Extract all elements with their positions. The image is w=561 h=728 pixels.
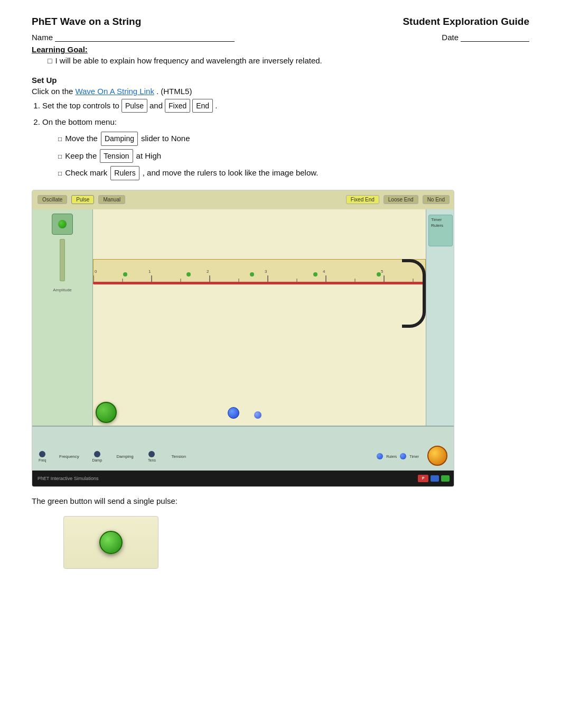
- sim-string-line: [93, 282, 426, 284]
- sim-logo-area: P: [418, 475, 450, 482]
- sub-2-prefix: Keep the: [65, 150, 97, 162]
- sim-logo-box3: [441, 475, 450, 482]
- sim-label-1: Oscillate: [38, 195, 67, 204]
- sub-1-suffix: slider to None: [141, 132, 190, 145]
- sim-logo-box2: [431, 475, 439, 482]
- setup-steps: Set the top controls to Pulse and Fixed …: [42, 99, 529, 180]
- date-label: Date: [442, 33, 459, 42]
- sim-logo-box: P: [418, 475, 428, 482]
- sim-bottom-text: PhET Interactive Simulations: [38, 476, 98, 481]
- ctrl-damp-label: Damping: [110, 454, 139, 459]
- wave-on-string-link[interactable]: Wave On A String Link: [75, 87, 154, 96]
- click-line: Click on the Wave On A String Link . (HT…: [32, 87, 529, 96]
- sim-right-controls: Timer Rulers: [428, 215, 453, 246]
- learning-goal-text: I will be able to explain how frequency …: [55, 56, 322, 65]
- sub-3-prefix: Check mark: [65, 167, 107, 179]
- sim-blue-dot-2: [254, 411, 261, 419]
- sim-ruler-horizontal: 0 1 2 3 4 5 6: [93, 259, 426, 282]
- step-1-connector: and: [149, 99, 163, 112]
- step-2-text: On the bottom menu:: [42, 117, 117, 126]
- name-field: Name: [32, 33, 235, 42]
- sub-bullet-icon-2: □: [58, 152, 62, 162]
- step-1-text-before: Set the top controls to: [42, 99, 119, 112]
- name-label: Name: [32, 33, 53, 42]
- sim-left-panel: Amplitude: [32, 209, 93, 426]
- sim-label-6: No End: [423, 195, 450, 204]
- svg-point-16: [313, 272, 317, 277]
- step-1: Set the top controls to Pulse and Fixed …: [42, 99, 529, 113]
- sim-label-2: Pulse: [71, 195, 94, 204]
- sim-blue-dot: [228, 407, 239, 419]
- sub-bullet-icon-3: □: [58, 169, 62, 179]
- sim-panel-box: [52, 214, 73, 235]
- ctrl-2: Damp: [92, 451, 102, 462]
- sim-right-panel: Timer Rulers: [426, 209, 454, 426]
- learning-goal-row: Learning Goal:: [32, 45, 529, 54]
- guide-title: Student Exploration Guide: [403, 16, 529, 27]
- sub-bullet-1: □ Move the Damping slider to None: [58, 132, 529, 145]
- green-btn-image: [63, 516, 158, 569]
- step-1-period: .: [215, 99, 217, 112]
- sim-green-button[interactable]: [96, 402, 117, 423]
- ctrl-orange: [427, 446, 448, 467]
- pulse-box: Pulse: [121, 99, 147, 113]
- rulers-box: Rulers: [110, 166, 139, 180]
- sub-bullet-3: □ Check mark Rulers , and move the ruler…: [58, 166, 529, 180]
- page-title: PhET Wave on a String: [32, 16, 141, 27]
- name-date-row: Name Date: [32, 33, 529, 42]
- sim-bottom-bar: PhET Interactive Simulations P: [32, 471, 454, 486]
- svg-point-15: [250, 272, 254, 277]
- sim-end-bracket: [402, 259, 426, 328]
- svg-text:3: 3: [265, 269, 267, 274]
- ctrl-tension-label: Tension: [164, 454, 193, 459]
- sim-label-3: Manual: [98, 195, 125, 204]
- bullet-icon: □: [48, 57, 52, 65]
- learning-goal-bullet: □ I will be able to explain how frequenc…: [48, 56, 529, 65]
- ctrl-3: Tens: [148, 451, 156, 462]
- sim-image-container: Oscillate Pulse Manual Fixed End Loose E…: [32, 190, 454, 487]
- svg-text:4: 4: [323, 269, 325, 274]
- svg-text:1: 1: [148, 269, 151, 274]
- step-1-content: Set the top controls to Pulse and Fixed …: [42, 99, 529, 113]
- svg-point-14: [186, 272, 191, 277]
- svg-text:0: 0: [95, 269, 97, 274]
- ctrl-dots-group: Rulers Timer: [377, 453, 419, 459]
- svg-text:2: 2: [207, 269, 209, 274]
- step-2: On the bottom menu: □ Move the Damping s…: [42, 116, 529, 180]
- page-header: PhET Wave on a String Student Exploratio…: [32, 16, 529, 27]
- ctrl-1: Freq: [39, 451, 46, 462]
- green-btn-text: The green button will send a single puls…: [32, 496, 177, 505]
- learning-goal-label: Learning Goal:: [32, 45, 88, 54]
- name-input[interactable]: [55, 33, 235, 42]
- sim-panel-label: Amplitude: [53, 288, 72, 292]
- svg-text:5: 5: [381, 269, 384, 274]
- click-prefix: Click on the: [32, 87, 73, 96]
- sim-label-5: Loose End: [384, 195, 418, 204]
- sim-canvas: Oscillate Pulse Manual Fixed End Loose E…: [32, 190, 454, 486]
- sim-slider-track: [60, 239, 65, 281]
- sub-2-suffix: at High: [136, 150, 162, 162]
- ctrl-freq-label: Frequency: [54, 454, 83, 459]
- green-btn-description: The green button will send a single puls…: [32, 496, 529, 505]
- tension-box: Tension: [100, 149, 133, 163]
- svg-point-17: [377, 272, 381, 277]
- sub-bullet-2: □ Keep the Tension at High: [58, 149, 529, 163]
- sim-top-bar: Oscillate Pulse Manual Fixed End Loose E…: [32, 190, 454, 209]
- sim-label-4: Fixed End: [346, 195, 379, 204]
- sub-bullets: □ Move the Damping slider to None □ Keep…: [58, 132, 529, 180]
- svg-point-13: [123, 272, 127, 277]
- sub-bullet-icon-1: □: [58, 134, 62, 144]
- setup-title: Set Up: [32, 76, 529, 85]
- click-suffix: . (HTML5): [156, 87, 192, 96]
- date-field: Date: [442, 33, 529, 42]
- sub-3-suffix: , and move the rulers to look like the i…: [143, 167, 319, 179]
- fixed-box: Fixed: [165, 99, 190, 113]
- sub-1-prefix: Move the: [65, 132, 98, 145]
- date-input[interactable]: [461, 33, 529, 42]
- damping-box: Damping: [101, 132, 138, 145]
- end-box: End: [192, 99, 213, 113]
- green-btn-image-circle: [99, 531, 123, 554]
- ruler-svg: 0 1 2 3 4 5 6: [94, 260, 425, 283]
